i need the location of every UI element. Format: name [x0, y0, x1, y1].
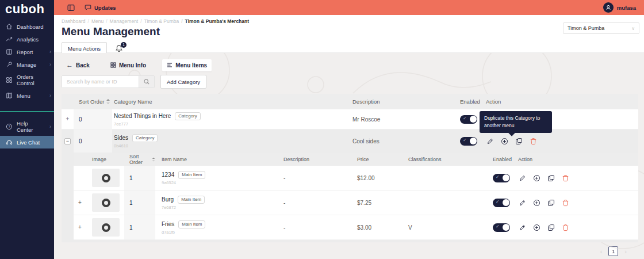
page-prev-icon[interactable]: ‹ — [600, 248, 603, 255]
topbar: Updates mufasa — [54, 0, 644, 15]
column-label: Item Name — [155, 153, 282, 166]
edit-icon[interactable] — [486, 137, 494, 145]
item-image-placeholder — [92, 193, 120, 212]
search-input[interactable] — [62, 76, 139, 87]
duplicate-icon[interactable] — [547, 174, 555, 182]
merchant-select[interactable]: Timon & Pumba ∨ — [563, 22, 639, 34]
add-item-icon[interactable] — [500, 137, 508, 145]
item-id: 9a6524 — [162, 180, 205, 185]
add-item-icon[interactable] — [532, 174, 540, 182]
edit-icon[interactable] — [518, 223, 526, 231]
page-title: Menu Management — [62, 25, 638, 38]
duplicate-icon[interactable] — [515, 137, 523, 145]
enabled-toggle[interactable]: ✓ — [493, 174, 510, 182]
notifications-bell-icon[interactable]: 1 — [115, 44, 124, 54]
column-label: Price — [356, 153, 407, 166]
item-row: 1 1234Main Item 9a6524 - $12.00 ✓ — [74, 166, 638, 191]
breadcrumb-item[interactable]: Timon & Pumba — [140, 18, 179, 24]
sidebar-item-help-center[interactable]: ? Help Center › — [0, 117, 54, 136]
merchant-select-value: Timon & Pumba — [568, 25, 604, 31]
sort-order-value: 0 — [74, 130, 112, 153]
sidebar-item-dashboard[interactable]: Dashboard — [0, 20, 54, 33]
sidebar: cuboh Dashboard Analytics Report › Manag… — [0, 0, 54, 259]
item-description: - — [282, 166, 356, 190]
collapse-icon[interactable]: − — [64, 138, 71, 144]
help-icon: ? — [6, 123, 13, 130]
item-classifications — [407, 191, 492, 215]
column-label: Sort Order — [79, 98, 104, 105]
breadcrumb-item[interactable]: Dashboard — [62, 18, 86, 24]
enabled-toggle[interactable]: ✓ — [493, 199, 510, 207]
item-price: $12.00 — [356, 166, 407, 190]
category-id: 7ee777 — [114, 121, 201, 127]
column-label: Action — [516, 153, 638, 166]
expand-icon[interactable]: + — [78, 200, 82, 205]
search-icon[interactable] — [139, 76, 154, 87]
delete-icon[interactable] — [561, 223, 569, 231]
enabled-toggle[interactable]: ✓ — [460, 115, 477, 124]
delete-icon[interactable] — [561, 199, 569, 207]
updates-button[interactable]: Updates — [85, 4, 116, 12]
expand-icon[interactable]: + — [78, 224, 82, 230]
breadcrumb-item[interactable]: Menu — [88, 18, 104, 24]
avatar[interactable] — [603, 2, 614, 13]
grid-icon — [6, 77, 13, 83]
item-description: - — [282, 215, 356, 239]
sort-order-value: 1 — [124, 166, 155, 190]
main-item-badge: Main Item — [178, 220, 205, 228]
enabled-toggle[interactable]: ✓ — [460, 137, 477, 146]
notification-badge: 1 — [121, 42, 126, 48]
column-label: Classifications — [407, 153, 492, 166]
column-label: Action — [485, 94, 638, 109]
sidebar-item-label: Help Center — [17, 120, 45, 133]
check-icon: ✓ — [496, 199, 500, 204]
report-icon — [6, 48, 13, 55]
home-icon — [6, 23, 13, 30]
duplicate-icon[interactable] — [547, 223, 555, 231]
sort-order-header[interactable]: Sort Order — [79, 98, 110, 105]
sidebar-item-label: Analytics — [17, 36, 39, 43]
chat-bubble-icon — [85, 4, 92, 12]
sidebar-item-report[interactable]: Report › — [0, 45, 54, 58]
back-button[interactable]: ← Back — [62, 58, 94, 72]
edit-icon[interactable] — [518, 174, 526, 182]
check-icon: ✓ — [496, 174, 500, 180]
collapse-sidebar-icon[interactable] — [67, 4, 75, 12]
page-number[interactable]: 1 — [608, 246, 618, 256]
column-label: Sort Order — [129, 154, 150, 165]
chevron-right-icon: › — [49, 49, 51, 55]
tab-menu-items[interactable]: Menu Items — [162, 59, 212, 71]
sort-order-header[interactable]: Sort Order — [129, 154, 155, 165]
item-price: $3.00 — [356, 215, 407, 239]
username[interactable]: mufasa — [617, 5, 636, 11]
delete-icon[interactable] — [529, 137, 537, 145]
sidebar-item-menu[interactable]: Menu › — [0, 89, 54, 102]
search-box — [62, 75, 155, 88]
page-next-icon[interactable]: › — [624, 248, 627, 255]
sidebar-item-orders-control[interactable]: Orders Control — [0, 71, 54, 89]
svg-text:?: ? — [8, 124, 10, 128]
delete-icon[interactable] — [561, 174, 569, 182]
tab-label: Menu Items — [175, 62, 207, 68]
add-category-button[interactable]: Add Category — [160, 75, 206, 89]
duplicate-icon[interactable] — [547, 199, 555, 207]
add-item-icon[interactable] — [532, 199, 540, 207]
sidebar-item-analytics[interactable]: Analytics — [0, 33, 54, 45]
item-image-placeholder — [92, 169, 120, 187]
edit-icon[interactable] — [518, 199, 526, 207]
item-id: d7a1fb — [162, 230, 205, 235]
breadcrumb-item-current: Timon & Pumba's Merchant — [181, 18, 249, 24]
sort-order-value: 1 — [124, 191, 155, 215]
sidebar-item-live-chat[interactable]: Live Chat — [0, 136, 54, 148]
column-label: Enabled — [492, 153, 516, 166]
enabled-toggle[interactable]: ✓ — [493, 223, 510, 232]
sidebar-item-label: Report — [17, 49, 33, 55]
sidebar-item-manage[interactable]: Manage › — [0, 58, 54, 71]
breadcrumb-item[interactable]: Management — [106, 18, 138, 24]
category-name: Sides — [114, 135, 128, 141]
add-item-icon[interactable] — [532, 223, 540, 231]
tabs-row: ← Back Menu Info Menu Items — [54, 53, 644, 71]
tab-menu-info[interactable]: Menu Info — [106, 59, 151, 71]
check-icon: ✓ — [463, 138, 467, 143]
expand-icon[interactable]: + — [66, 116, 70, 122]
